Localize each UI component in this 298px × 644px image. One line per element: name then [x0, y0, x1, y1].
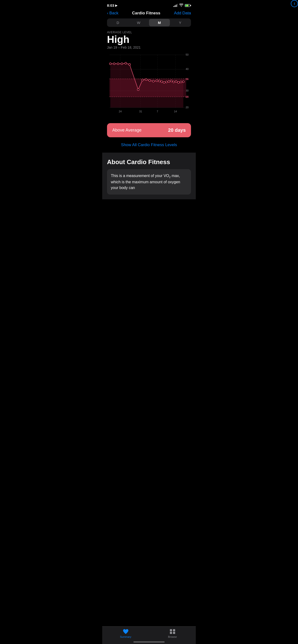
page-title: Cardio Fitness	[132, 11, 160, 16]
svg-point-27	[145, 78, 147, 80]
chart-section: AVERAGE LEVEL High Jan 19 – Feb 18, 2021…	[102, 31, 196, 118]
svg-point-28	[149, 80, 151, 82]
svg-point-30	[156, 80, 158, 82]
above-average-card: Above Average 20 days	[107, 123, 191, 137]
svg-text:20: 20	[186, 106, 189, 109]
svg-text:31: 31	[139, 110, 142, 113]
svg-text:24: 24	[119, 110, 122, 113]
svg-point-41	[182, 81, 184, 83]
about-card: This is a measurement of your VO2 max, w…	[107, 169, 191, 194]
about-title: About Cardio Fitness	[107, 158, 191, 166]
status-bar: 8:03 ▶ ⚡	[102, 0, 196, 9]
wifi-icon	[179, 3, 183, 8]
back-button[interactable]: ‹ Back	[107, 11, 118, 16]
svg-point-26	[141, 79, 143, 81]
svg-point-21	[117, 63, 119, 65]
segment-month[interactable]: M	[149, 19, 170, 26]
time: 8:03	[107, 3, 114, 8]
location-icon: ▶	[115, 4, 117, 7]
segment-day[interactable]: D	[107, 19, 128, 26]
average-level-label: AVERAGE LEVEL	[107, 31, 191, 34]
time-period-selector: D W M Y	[107, 18, 191, 27]
signal-icon	[174, 4, 178, 7]
chevron-left-icon: ‹	[107, 11, 108, 16]
svg-text:40: 40	[186, 68, 189, 70]
above-average-value: 20 days	[168, 128, 186, 133]
svg-point-37	[173, 81, 175, 83]
svg-point-34	[166, 81, 168, 83]
svg-point-25	[137, 89, 139, 90]
segment-week[interactable]: W	[128, 19, 149, 26]
date-range: Jan 19 – Feb 18, 2021	[107, 46, 140, 49]
svg-point-33	[163, 82, 165, 84]
svg-point-19	[109, 63, 111, 65]
above-average-label: Above Average	[112, 128, 141, 133]
segment-year[interactable]: Y	[170, 19, 191, 26]
nav-bar: ‹ Back Cardio Fitness Add Data	[102, 9, 196, 18]
svg-text:7: 7	[157, 110, 158, 113]
about-text: This is a measurement of your VO2 max, w…	[111, 173, 187, 191]
svg-point-22	[121, 63, 123, 65]
svg-point-35	[168, 80, 170, 82]
battery-icon: ⚡	[185, 4, 191, 7]
svg-point-24	[129, 64, 130, 66]
back-label: Back	[109, 11, 118, 16]
about-section: About Cardio Fitness This is a measureme…	[102, 152, 196, 199]
svg-point-36	[170, 80, 172, 82]
show-all-button[interactable]: Show All Cardio Fitness Levels	[102, 137, 196, 152]
svg-text:14: 14	[174, 110, 177, 113]
svg-point-39	[178, 82, 180, 84]
svg-point-32	[161, 81, 163, 83]
cardio-chart: 50 40 36 30 28 20	[107, 51, 191, 118]
svg-point-38	[175, 80, 177, 82]
add-data-button[interactable]: Add Data	[174, 11, 191, 16]
svg-point-29	[152, 80, 154, 82]
average-value: High	[107, 34, 140, 44]
svg-point-31	[158, 80, 160, 82]
svg-point-20	[113, 63, 115, 65]
svg-point-40	[180, 81, 182, 83]
svg-point-23	[125, 62, 127, 64]
svg-text:50: 50	[186, 53, 189, 56]
